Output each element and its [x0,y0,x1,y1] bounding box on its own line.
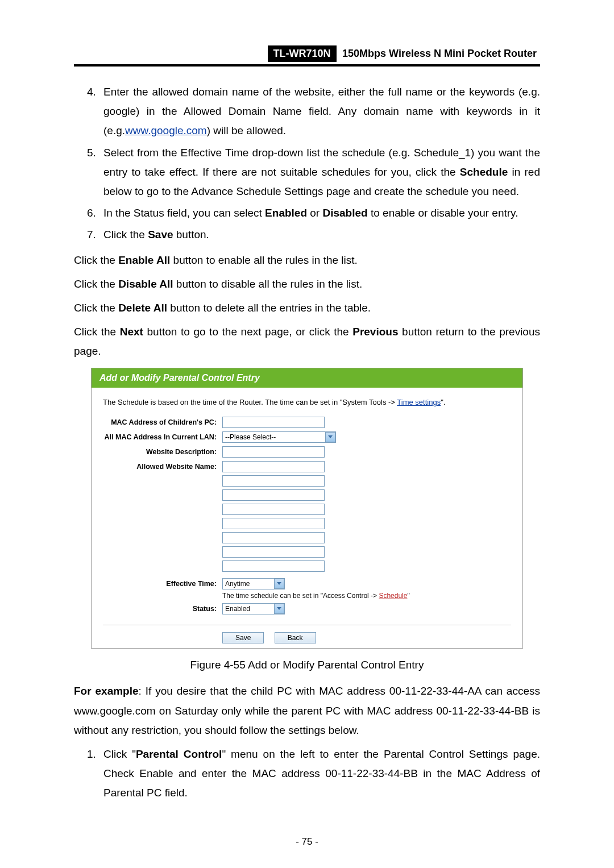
label-allowed: Allowed Website Name: [103,461,222,471]
text: Click the [74,254,118,266]
delete-all-bold: Delete All [118,302,167,314]
mac-input[interactable] [222,417,325,428]
enable-all-para: Click the Enable All button to enable al… [74,251,540,270]
desc-input[interactable] [222,446,325,458]
text: Click " [103,748,136,760]
text: Click the [103,229,148,240]
enable-all-bold: Enable All [118,254,170,266]
model-badge: TL-WR710N [268,45,337,62]
save-button[interactable]: Save [222,632,264,643]
step-4: Enter the allowed domain name of the web… [99,82,540,141]
effective-time-select[interactable]: Anytime [222,578,285,589]
text: In the Status field, you can select [103,207,265,219]
next-bold: Next [120,326,143,338]
allowed-input-4[interactable] [222,504,325,515]
allowed-input-2[interactable] [222,475,325,487]
allowed-input-3[interactable] [222,489,325,501]
steps-list-b: Click "Parental Control" menu on the lef… [74,745,540,803]
text: or [307,207,322,219]
allowed-input-7[interactable] [222,546,325,558]
doc-title: 150Mbps Wireless N Mini Pocket Router [339,45,540,62]
text: button. [173,229,209,240]
figure-panel: Add or Modify Parental Control Entry The… [91,368,523,649]
text: to enable or disable your entry. [368,207,518,219]
lan-select-value: --Please Select-- [225,433,276,441]
google-link[interactable]: www.google.com [125,124,207,136]
text: Click the [74,278,118,290]
chevron-down-icon [274,604,284,614]
text: button to enable all the rules in the li… [170,254,358,266]
text: Click the [74,326,120,338]
back-button[interactable]: Back [275,632,316,643]
label-lan: All MAC Address In Current LAN: [103,431,222,441]
status-value: Enabled [225,605,250,613]
allowed-input-1[interactable] [222,461,325,472]
schedule-link[interactable]: Schedule [379,592,407,600]
label-mac: MAC Address of Children's PC: [103,417,222,426]
label-status: Status: [103,603,222,613]
save-bold: Save [148,229,173,240]
previous-bold: Previous [352,326,398,338]
figure-title: Add or Modify Parental Control Entry [92,368,522,388]
disabled-bold: Disabled [322,207,367,219]
enabled-bold: Enabled [265,207,307,219]
doc-header: TL-WR710N 150Mbps Wireless N Mini Pocket… [74,45,540,67]
delete-all-para: Click the Delete All button to delete al… [74,298,540,318]
allowed-input-5[interactable] [222,518,325,529]
label-desc: Website Description: [103,446,222,456]
step-5: Select from the Effective Time drop-down… [99,143,540,202]
example-lead: For example [74,685,139,697]
text: ) will be allowed. [207,124,286,136]
next-prev-para: Click the Next button to go to the next … [74,322,540,361]
text: " [407,592,409,600]
step-7: Click the Save button. [99,225,540,244]
disable-all-bold: Disable All [118,278,173,290]
text: button to delete all the entries in the … [167,302,371,314]
text: button to disable all the rules in the l… [173,278,363,290]
allowed-input-6[interactable] [222,532,325,543]
effective-time-value: Anytime [225,580,250,588]
chevron-down-icon [274,579,284,589]
effective-time-note: The time schedule can be set in "Access … [222,592,511,600]
label-eff: Effective Time: [103,578,222,588]
step-6: In the Status field, you can select Enab… [99,203,540,223]
text: ". [441,398,445,406]
chevron-down-icon [325,432,335,442]
text: : If you desire that the child PC with M… [74,685,540,736]
text: Click the [74,302,118,314]
example-para: For example: If you desire that the chil… [74,682,540,740]
page-number: - 75 - [0,836,614,848]
step-b-1: Click "Parental Control" menu on the lef… [99,745,540,803]
schedule-note: The Schedule is based on the time of the… [103,398,511,406]
time-settings-link[interactable]: Time settings [397,398,441,406]
schedule-bold: Schedule [460,166,508,178]
divider [103,625,511,625]
figure-caption: Figure 4-55 Add or Modify Parental Contr… [74,659,540,671]
allowed-input-8[interactable] [222,560,325,572]
disable-all-para: Click the Disable All button to disable … [74,275,540,294]
lan-select[interactable]: --Please Select-- [222,431,336,443]
parental-control-bold: Parental Control [136,748,222,760]
text: The Schedule is based on the time of the… [103,398,397,406]
text: button to go to the next page, or click … [143,326,352,338]
status-select[interactable]: Enabled [222,603,285,614]
steps-list-a: Enter the allowed domain name of the web… [74,82,540,245]
text: The time schedule can be set in "Access … [222,592,379,600]
